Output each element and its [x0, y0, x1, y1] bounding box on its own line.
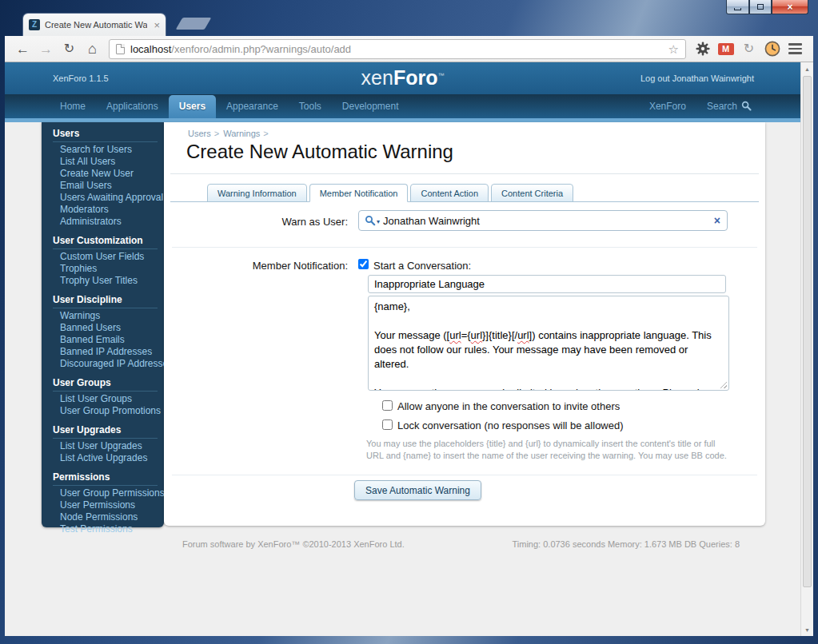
page-icon [116, 44, 125, 54]
sidebar-heading: Users [53, 129, 158, 142]
nav-item-home[interactable]: Home [50, 95, 96, 118]
scroll-up-icon[interactable]: ▲ [801, 62, 813, 75]
conversation-title-input[interactable] [368, 275, 726, 293]
bookmark-star-icon[interactable]: ☆ [668, 43, 679, 55]
back-button[interactable]: ← [12, 38, 34, 60]
sidebar-item-users-awaiting-approval[interactable]: Users Awaiting Approval [53, 192, 158, 204]
browser-menu-button[interactable] [784, 38, 806, 60]
start-conversation-checkbox[interactable] [358, 259, 369, 269]
sidebar-item-warnings[interactable]: Warnings [53, 310, 158, 322]
tab-close-icon[interactable]: × [154, 20, 160, 30]
tab-warning-information[interactable]: Warning Information [207, 184, 307, 202]
sidebar-item-node-permissions[interactable]: Node Permissions [53, 511, 158, 523]
sidebar: Users Search for Users List All Users Cr… [42, 122, 164, 527]
scroll-down-icon[interactable]: ▼ [801, 623, 813, 636]
tab-member-notification[interactable]: Member Notification [309, 184, 409, 202]
lock-conversation-label[interactable]: Lock conversation (no responses will be … [397, 419, 624, 431]
sidebar-section-permissions: Permissions User Group Permissions User … [53, 472, 158, 535]
sidebar-item-trophy-user-titles[interactable]: Trophy User Titles [53, 275, 158, 287]
conversation-message[interactable]: {name}, Your message ([url={url}]{title}… [368, 296, 729, 391]
nav-item-development[interactable]: Development [332, 95, 409, 118]
form-separator [172, 247, 757, 248]
breadcrumb: Users> Warnings> [188, 129, 270, 138]
nav-item-applications[interactable]: Applications [96, 95, 169, 118]
sidebar-item-list-active-upgrades[interactable]: List Active Upgrades [53, 452, 158, 464]
sidebar-item-administrators[interactable]: Administrators [53, 216, 158, 228]
tab-content-action[interactable]: Content Action [410, 184, 489, 202]
content-panel: Users> Warnings> Create New Automatic Wa… [164, 122, 765, 526]
hamburger-menu-icon [788, 43, 802, 54]
sidebar-item-list-all-users[interactable]: List All Users [53, 156, 158, 168]
sidebar-item-moderators[interactable]: Moderators [53, 204, 158, 216]
sidebar-item-custom-user-fields[interactable]: Custom User Fields [53, 251, 158, 263]
start-conversation-label[interactable]: Start a Conversation: [373, 260, 471, 272]
search-icon [741, 101, 752, 111]
sidebar-heading: User Upgrades [53, 425, 158, 439]
back-icon: ← [16, 42, 30, 56]
sidebar-item-create-new-user[interactable]: Create New User [53, 168, 158, 180]
browser-window: Z Create New Automatic Wa × × ← → ↻ ⌂ lo… [0, 0, 818, 644]
scrollbar-thumb[interactable] [803, 76, 812, 587]
sidebar-item-email-users[interactable]: Email Users [53, 180, 158, 192]
sidebar-item-banned-users[interactable]: Banned Users [53, 322, 158, 334]
footer-copyright: Forum software by XenForo™ ©2010-2013 Xe… [182, 539, 405, 549]
nav-item-xenforo[interactable]: XenForo [639, 95, 696, 118]
sidebar-item-trophies[interactable]: Trophies [53, 263, 158, 275]
invite-others-checkbox[interactable] [382, 400, 393, 411]
gmail-extension-button[interactable]: M [715, 38, 736, 60]
member-notification-label: Member Notification: [188, 260, 348, 272]
sidebar-item-banned-emails[interactable]: Banned Emails [53, 334, 158, 346]
invite-others-label[interactable]: Allow anyone in the conversation to invi… [397, 400, 620, 412]
tab-content-criteria[interactable]: Content Criteria [491, 184, 573, 202]
forward-button[interactable]: → [35, 38, 57, 60]
warn-as-user-input[interactable] [383, 215, 708, 227]
sidebar-item-user-group-permissions[interactable]: User Group Permissions [53, 487, 158, 499]
nav-item-search[interactable]: Search [696, 94, 762, 118]
url-text: localhost/xenforo/admin.php?warnings/aut… [130, 43, 351, 55]
warn-as-user-label: Warn as User: [188, 216, 348, 228]
form-tabs: Warning Information Member Notification … [170, 184, 759, 202]
nav-item-users[interactable]: Users [169, 95, 216, 118]
sidebar-heading: User Groups [53, 378, 158, 392]
browser-tab[interactable]: Z Create New Automatic Wa × [22, 13, 166, 36]
sidebar-item-test-permissions[interactable]: Test Permissions [53, 523, 158, 535]
sidebar-item-banned-ip-addresses[interactable]: Banned IP Addresses [53, 346, 158, 358]
sidebar-item-user-group-promotions[interactable]: User Group Promotions [53, 405, 158, 417]
lock-conversation-checkbox[interactable] [382, 419, 393, 430]
breadcrumb-users[interactable]: Users [188, 129, 211, 138]
nav-item-appearance[interactable]: Appearance [216, 95, 289, 118]
sidebar-heading: Permissions [53, 472, 158, 486]
sync-extension-button[interactable]: ↻ [738, 38, 760, 60]
sidebar-heading: User Discipline [53, 295, 158, 308]
history-extension-button[interactable] [761, 38, 783, 60]
close-button[interactable]: × [772, 0, 808, 14]
admin-nav: Home Applications Users Appearance Tools… [5, 94, 800, 118]
maximize-button[interactable] [749, 0, 772, 14]
new-tab-button[interactable] [176, 18, 212, 30]
warn-as-user-field[interactable]: ▾ × [358, 210, 728, 231]
clear-user-icon[interactable]: × [714, 215, 720, 226]
breadcrumb-warnings[interactable]: Warnings [223, 129, 260, 138]
maximize-icon [757, 4, 764, 10]
window-controls: × [726, 0, 808, 14]
minimize-button[interactable] [726, 0, 749, 14]
save-automatic-warning-button[interactable]: Save Automatic Warning [354, 480, 481, 500]
page-viewport: XenForo 1.1.5 xenForo™ Log out Jonathan … [5, 62, 800, 636]
reload-button[interactable]: ↻ [58, 38, 80, 60]
sidebar-section-user-customization: User Customization Custom User Fields Tr… [53, 236, 158, 287]
url-host: localhost [130, 43, 171, 55]
gear-icon [696, 42, 710, 56]
chevron-down-icon[interactable]: ▾ [377, 218, 380, 225]
sidebar-item-user-permissions[interactable]: User Permissions [53, 499, 158, 511]
sidebar-section-users: Users Search for Users List All Users Cr… [53, 129, 158, 228]
logout-link[interactable]: Log out Jonathan Wainwright [640, 74, 754, 83]
sidebar-item-list-user-groups[interactable]: List User Groups [53, 393, 158, 405]
home-button[interactable]: ⌂ [82, 38, 103, 60]
nav-item-tools[interactable]: Tools [289, 95, 332, 118]
sidebar-item-list-user-upgrades[interactable]: List User Upgrades [53, 440, 158, 452]
address-bar[interactable]: localhost/xenforo/admin.php?warnings/aut… [109, 39, 686, 59]
sidebar-item-discouraged-ip-addresses[interactable]: Discouraged IP Addresses [53, 358, 158, 370]
settings-extension-button[interactable] [692, 38, 713, 60]
page-scrollbar[interactable]: ▲ ▼ [800, 62, 813, 636]
sidebar-item-search-for-users[interactable]: Search for Users [53, 144, 158, 156]
